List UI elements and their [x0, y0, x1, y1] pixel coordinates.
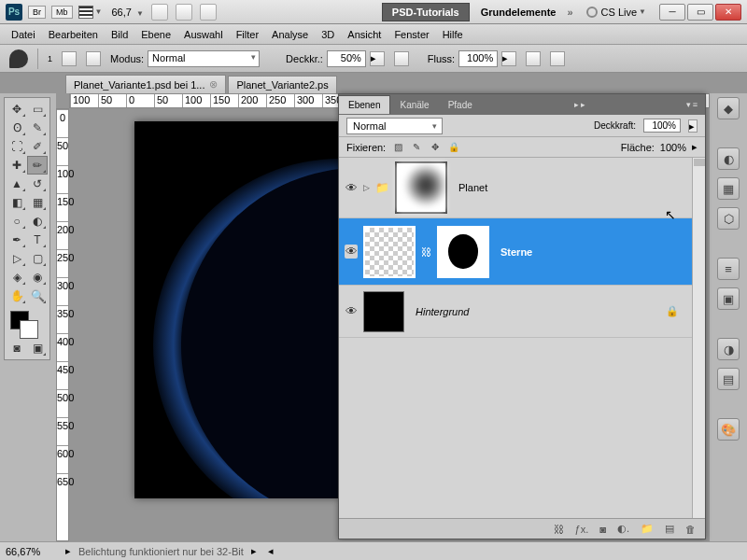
- menu-3d[interactable]: 3D: [321, 29, 334, 40]
- shape-tool[interactable]: ▢: [27, 249, 48, 268]
- menu-ansicht[interactable]: Ansicht: [347, 29, 381, 40]
- quick-mask-button[interactable]: ◙: [7, 339, 27, 357]
- lock-pixels-icon[interactable]: ✎: [410, 141, 423, 154]
- menu-fenster[interactable]: Fenster: [394, 29, 429, 40]
- dodge-tool[interactable]: ◐: [27, 212, 48, 231]
- menu-filter[interactable]: Filter: [236, 29, 259, 40]
- document-tab[interactable]: Planet_Variante1.psd bei 1... ⊗: [65, 75, 226, 93]
- tablet-size-button[interactable]: [550, 51, 565, 66]
- lock-position-icon[interactable]: ✥: [429, 141, 442, 154]
- layer-fx-icon[interactable]: ƒx.: [575, 524, 589, 535]
- cs-live-button[interactable]: CS Live ▼: [586, 7, 646, 18]
- adjustment-layer-icon[interactable]: ◐.: [617, 523, 629, 535]
- new-layer-icon[interactable]: ▤: [665, 523, 674, 535]
- status-arrow-icon[interactable]: ▸: [65, 545, 71, 557]
- airbrush-button[interactable]: [526, 51, 541, 66]
- brush-tool[interactable]: ✏: [27, 156, 48, 175]
- view-extras-button[interactable]: [151, 4, 168, 21]
- fill-slider-icon[interactable]: ▸: [692, 141, 698, 153]
- screen-mode-button[interactable]: [200, 4, 217, 21]
- menu-analyse[interactable]: Analyse: [272, 29, 308, 40]
- arrange-button[interactable]: [176, 4, 192, 21]
- layer-name[interactable]: Planet: [458, 182, 487, 193]
- document-layout-icon[interactable]: [78, 6, 93, 19]
- panel-tab-kanaele[interactable]: Kanäle: [390, 96, 438, 114]
- layers-dock-icon[interactable]: ◆: [717, 97, 740, 119]
- layer-blend-mode-select[interactable]: Normal: [346, 118, 443, 134]
- zoom-indicator[interactable]: 66,7 ▼: [111, 7, 143, 18]
- ruler-vertical[interactable]: 050100150200250300350400450500550600650: [56, 108, 69, 541]
- path-select-tool[interactable]: ▷: [7, 249, 27, 268]
- status-scroll-left-icon[interactable]: ◂: [268, 545, 274, 557]
- actions-dock-icon[interactable]: ▤: [717, 368, 740, 390]
- layer-thumbnail[interactable]: [363, 226, 416, 278]
- layer-fill-input[interactable]: 100%: [660, 142, 686, 153]
- history-brush-tool[interactable]: ↺: [27, 175, 48, 193]
- group-expand-icon[interactable]: ▷: [363, 183, 370, 192]
- lasso-tool[interactable]: ʘ: [7, 119, 27, 137]
- masks-dock-icon[interactable]: ▣: [717, 287, 740, 310]
- move-tool[interactable]: ✥: [7, 100, 27, 119]
- close-button[interactable]: ✕: [715, 4, 741, 21]
- layer-thumbnail[interactable]: [363, 291, 404, 332]
- layer-name[interactable]: Sterne: [500, 246, 532, 258]
- minimize-button[interactable]: ─: [659, 4, 685, 21]
- opacity-input[interactable]: 50%: [327, 50, 366, 67]
- current-tool-icon[interactable]: [9, 49, 28, 68]
- blend-mode-select[interactable]: Normal: [148, 50, 260, 67]
- marquee-tool[interactable]: ▭: [27, 100, 48, 119]
- delete-layer-icon[interactable]: 🗑: [685, 524, 696, 535]
- add-mask-icon[interactable]: ◙: [599, 524, 606, 535]
- minibridge-button[interactable]: Mb: [51, 6, 73, 19]
- brush-size-label[interactable]: 1: [48, 54, 52, 63]
- history-dock-icon[interactable]: ◑: [717, 338, 740, 360]
- layer-name[interactable]: Hintergrund: [416, 306, 469, 317]
- hand-tool[interactable]: ✋: [7, 287, 27, 305]
- tab-close-icon[interactable]: ⊗: [209, 78, 218, 91]
- healing-tool[interactable]: ✚: [7, 156, 27, 175]
- 3d-tool[interactable]: ◈: [7, 268, 27, 287]
- bridge-button[interactable]: Br: [28, 6, 46, 19]
- new-group-icon[interactable]: 📁: [641, 523, 654, 535]
- status-arrow-icon[interactable]: ▸: [251, 545, 257, 557]
- layer-opacity-input[interactable]: 100%: [643, 119, 681, 133]
- workspace-grundelemente[interactable]: Grundelemente: [481, 7, 557, 18]
- color-dock-icon[interactable]: ◐: [717, 147, 740, 170]
- adjustments-dock-icon[interactable]: ≡: [717, 258, 740, 280]
- swatches-dock-icon[interactable]: ▦: [717, 177, 740, 200]
- zoom-tool[interactable]: 🔍: [27, 287, 48, 305]
- gradient-tool[interactable]: ▦: [27, 193, 48, 212]
- maximize-button[interactable]: ▭: [687, 4, 713, 21]
- layer-row[interactable]: 👁 ⛓ Sterne: [339, 218, 692, 286]
- menu-auswahl[interactable]: Auswahl: [184, 29, 223, 40]
- layer-row[interactable]: 👁 ▷ 📁 Planet: [339, 158, 692, 218]
- document-canvas[interactable]: [134, 121, 340, 498]
- link-layers-icon[interactable]: ⛓: [554, 524, 564, 535]
- panel-menu-icon[interactable]: ▾≡: [686, 100, 699, 109]
- visibility-toggle-icon[interactable]: 👁: [345, 245, 358, 259]
- menu-ebene[interactable]: Ebene: [141, 29, 171, 40]
- eraser-tool[interactable]: ◧: [7, 193, 27, 212]
- tablet-opacity-button[interactable]: [394, 51, 409, 66]
- lock-all-icon[interactable]: 🔒: [447, 141, 460, 154]
- pen-tool[interactable]: ✒: [7, 231, 27, 249]
- layer-mask-thumbnail[interactable]: [395, 161, 447, 214]
- stamp-tool[interactable]: ▲: [7, 175, 27, 193]
- eyedropper-tool[interactable]: ✐: [27, 137, 48, 156]
- brush-panel-toggle[interactable]: [86, 51, 101, 66]
- visibility-toggle-icon[interactable]: 👁: [345, 181, 358, 195]
- background-color[interactable]: [20, 320, 38, 339]
- brush-preset-picker[interactable]: [62, 51, 77, 66]
- layer-row[interactable]: 👁 Hintergrund 🔒: [339, 286, 692, 338]
- flow-slider-toggle[interactable]: ▸: [501, 51, 516, 66]
- workspace-more-icon[interactable]: »: [567, 7, 572, 18]
- panel-collapse-icon[interactable]: ▸▸: [574, 100, 587, 109]
- 3d-camera-tool[interactable]: ◉: [27, 268, 48, 287]
- visibility-toggle-icon[interactable]: 👁: [345, 304, 358, 318]
- opacity-slider-icon[interactable]: ▸: [688, 119, 698, 133]
- screen-mode-button[interactable]: ▣: [27, 339, 48, 357]
- blur-tool[interactable]: ○: [7, 212, 27, 231]
- opacity-slider-toggle[interactable]: ▸: [370, 51, 385, 66]
- workspace-psd-tutorials[interactable]: PSD-Tutorials: [382, 3, 470, 21]
- paint-dock-icon[interactable]: 🎨: [717, 418, 740, 441]
